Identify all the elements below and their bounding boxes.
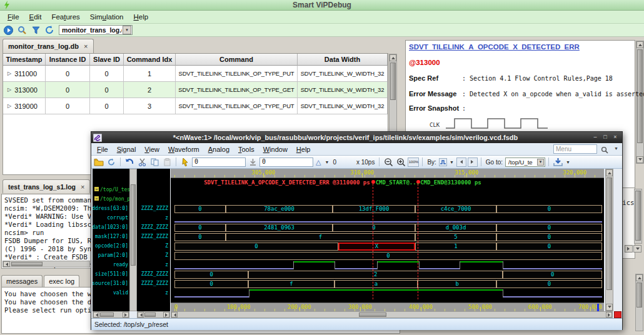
stats-hscroll-right-button[interactable] bbox=[625, 245, 633, 252]
nwave-titlebar[interactable]: *<nWave:1> /local/work/vip_bus/rasubbu/w… bbox=[91, 132, 622, 143]
scroll-up-button[interactable] bbox=[606, 169, 613, 176]
stats-vscrollbar[interactable] bbox=[634, 189, 642, 244]
scroll-down-button[interactable] bbox=[606, 304, 613, 311]
tab-close-icon[interactable]: × bbox=[84, 42, 88, 50]
search-backward-button[interactable] bbox=[456, 158, 466, 167]
search-forward-button[interactable] bbox=[468, 158, 478, 167]
menu-help[interactable]: Help bbox=[292, 144, 315, 154]
scroll-thumb[interactable] bbox=[131, 184, 136, 266]
signal-group[interactable]: =/top/U_test bbox=[94, 186, 129, 194]
time-cursor[interactable] bbox=[373, 184, 373, 299]
menu-search-icon[interactable] bbox=[600, 144, 610, 155]
dump-dropdown-icon[interactable]: ▼ bbox=[565, 160, 571, 164]
menu-signal[interactable]: Signal bbox=[113, 144, 141, 154]
tab-exec-log[interactable]: exec log bbox=[44, 275, 79, 287]
paste-icon[interactable] bbox=[161, 157, 173, 168]
cursor-time-input[interactable]: 0 bbox=[192, 158, 246, 167]
search-by-signal-icon[interactable] bbox=[439, 158, 447, 166]
scroll-left-button[interactable] bbox=[138, 312, 144, 318]
menu-search-dropdown-icon[interactable]: ▼ bbox=[614, 146, 618, 151]
scroll-thumb[interactable] bbox=[144, 312, 156, 317]
maximize-icon[interactable]: □ bbox=[601, 134, 610, 141]
wave-vscrollbar[interactable] bbox=[605, 169, 613, 311]
delta-icon[interactable]: △ bbox=[314, 158, 322, 166]
group-icon[interactable]: = bbox=[94, 196, 99, 201]
cut-icon[interactable] bbox=[136, 157, 148, 168]
signal-name[interactable]: param[2:0] bbox=[98, 251, 128, 259]
scroll-right-button[interactable] bbox=[123, 312, 129, 318]
menu-analog[interactable]: Analog bbox=[204, 144, 234, 154]
signal-name[interactable]: mask[127:0] bbox=[95, 232, 128, 241]
wave-hscrollbar[interactable] bbox=[171, 311, 613, 318]
refresh-icon[interactable] bbox=[44, 25, 55, 36]
scroll-up-button[interactable] bbox=[390, 54, 396, 61]
reload-icon[interactable] bbox=[106, 157, 117, 168]
search-icon[interactable] bbox=[16, 25, 28, 36]
by-dropdown-icon[interactable]: ▼ bbox=[448, 160, 455, 164]
menu-tools[interactable]: Tools bbox=[234, 144, 259, 154]
signal-name[interactable]: data[1023:0] bbox=[93, 223, 128, 231]
minimize-icon[interactable]: – bbox=[591, 134, 600, 141]
db-selector-combo[interactable]: monitor_trans_log.db ▼ bbox=[59, 25, 133, 35]
undo-icon[interactable] bbox=[124, 157, 135, 168]
close-icon[interactable]: × bbox=[611, 134, 620, 141]
filter-icon[interactable] bbox=[30, 25, 41, 36]
marker-drop-icon[interactable] bbox=[247, 157, 258, 168]
zoom-in-icon[interactable] bbox=[395, 157, 406, 168]
menu-help[interactable]: Help bbox=[129, 12, 154, 22]
zoom-out-icon[interactable] bbox=[383, 157, 394, 168]
signal-name[interactable]: ready bbox=[113, 261, 128, 269]
menu-window[interactable]: Window bbox=[259, 144, 292, 154]
expand-icon[interactable]: ▷ bbox=[8, 71, 11, 76]
scroll-right-button[interactable] bbox=[163, 312, 169, 318]
menu-waveform[interactable]: Waveform bbox=[164, 144, 204, 154]
scroll-right-button[interactable] bbox=[606, 312, 612, 318]
db-selector-dropdown-icon[interactable]: ▼ bbox=[123, 26, 131, 34]
search-time-input[interactable]: 0 bbox=[259, 158, 313, 167]
signal-name[interactable]: valid bbox=[113, 289, 128, 297]
goto-dropdown-icon[interactable]: ▼ bbox=[537, 159, 544, 166]
waveform-canvas[interactable]: 078ac_e00013df_F000c4ce_7000002481_09630… bbox=[171, 178, 604, 302]
signal-group[interactable]: =/top/mon_p bbox=[94, 195, 129, 203]
names-vscrollbar[interactable] bbox=[129, 169, 137, 311]
menu-file[interactable]: File bbox=[3, 12, 24, 22]
scroll-left-button[interactable] bbox=[93, 312, 99, 318]
table-row[interactable]: ▷319000003SDVT_TILELINK_TILELINK_OP_TYPE… bbox=[3, 98, 388, 114]
menu-edit[interactable]: Edit bbox=[24, 12, 47, 22]
scroll-down-button[interactable] bbox=[636, 156, 643, 163]
table-row[interactable]: ▷311000001SDVT_TILELINK_TILELINK_OP_TYPE… bbox=[3, 66, 388, 82]
scroll-thumb[interactable] bbox=[635, 191, 641, 241]
menu-simulation[interactable]: Simulation bbox=[85, 12, 129, 22]
run-button[interactable] bbox=[3, 25, 14, 36]
scroll-thumb[interactable] bbox=[606, 178, 612, 290]
scroll-left-button[interactable] bbox=[3, 261, 10, 267]
zoom-full-button[interactable]: 100% bbox=[408, 158, 419, 167]
signal-name[interactable]: corrupt bbox=[107, 214, 128, 222]
scroll-up-button[interactable] bbox=[636, 274, 643, 281]
copy-icon[interactable] bbox=[149, 157, 160, 168]
signal-name[interactable]: address[63:0] bbox=[93, 204, 128, 212]
scroll-thumb[interactable] bbox=[359, 312, 386, 317]
tab-monitor-trans-log[interactable]: monitor_trans_log.db × bbox=[3, 39, 94, 53]
signal-names-panel[interactable]: =/top/U_test=/top/mon_paddress[63:0]corr… bbox=[93, 169, 129, 311]
menu-file[interactable]: File bbox=[93, 144, 113, 154]
dump-icon[interactable] bbox=[552, 157, 563, 168]
expand-icon[interactable]: ▷ bbox=[8, 87, 11, 92]
lower-right-vscrollbar[interactable] bbox=[635, 274, 643, 331]
signal-values-panel[interactable]: ZZZZ_ZZZZzZZZZ_ZZZZZZZZ_ZZZZZZzZZZZ_ZZZZ… bbox=[137, 169, 170, 311]
scroll-thumb[interactable] bbox=[390, 62, 396, 100]
error-title-link[interactable]: SDVT_TILELINK_A_OPCODE_X_DETECTED_ERR bbox=[409, 43, 580, 51]
expand-icon[interactable]: ▷ bbox=[8, 103, 11, 109]
signal-name[interactable]: source[31:0] bbox=[93, 279, 128, 288]
log-hscrollbar[interactable] bbox=[3, 261, 90, 268]
tab-close-icon[interactable]: × bbox=[81, 183, 84, 191]
tab-test-trans-log[interactable]: test_trans_log_s1.log × bbox=[3, 179, 90, 193]
scroll-left-button[interactable] bbox=[171, 312, 178, 318]
cursor-arrow-icon[interactable] bbox=[179, 157, 191, 168]
goto-combo[interactable]: /top/U_te ▼ bbox=[505, 158, 545, 167]
menu-view[interactable]: View bbox=[140, 144, 164, 154]
signal-name[interactable]: size[511:0] bbox=[95, 270, 128, 278]
error-panel-vscrollbar[interactable] bbox=[636, 41, 644, 164]
tab-messages[interactable]: messages bbox=[1, 275, 43, 287]
stats-scroll-corner-button[interactable] bbox=[633, 245, 641, 252]
